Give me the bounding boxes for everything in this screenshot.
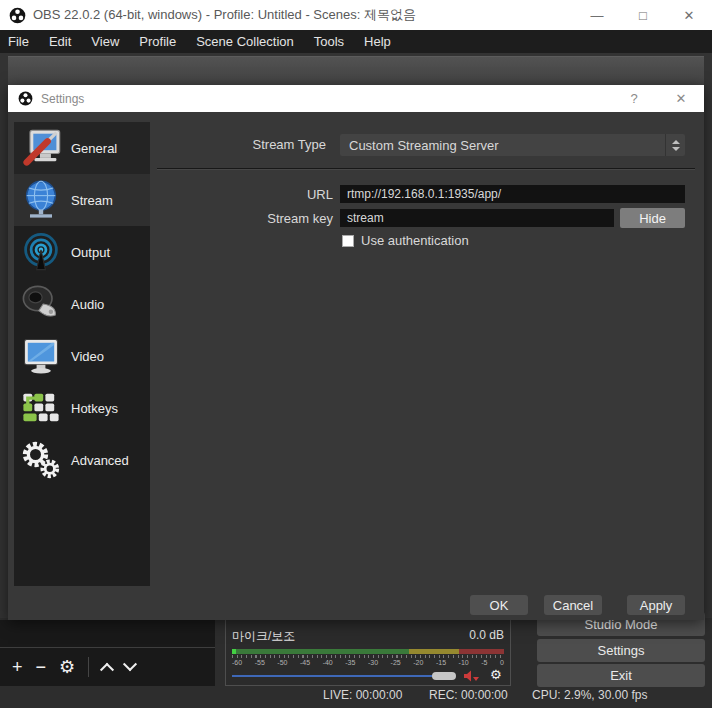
sidebar-item-hotkeys[interactable]: Hotkeys — [14, 382, 150, 434]
mixer-source-name: 마이크/보조 — [232, 628, 295, 645]
spinner-down-icon — [672, 147, 680, 151]
mixer-gear-icon[interactable]: ⚙ — [490, 667, 502, 682]
scene-properties-gear-icon[interactable]: ⚙ — [59, 658, 75, 676]
url-label: URL — [158, 187, 333, 202]
sidebar-item-label: Video — [71, 349, 104, 364]
stream-icon — [19, 178, 63, 222]
dialog-help-button[interactable]: ? — [619, 85, 649, 112]
menu-bar: File Edit View Profile Scene Collection … — [0, 30, 712, 53]
settings-sidebar: General Stream Output — [14, 122, 150, 586]
cancel-button[interactable]: Cancel — [544, 595, 602, 615]
window-title: OBS 22.0.2 (64-bit, windows) - Profile: … — [33, 6, 416, 24]
menu-file[interactable]: File — [0, 30, 39, 53]
mute-speaker-icon[interactable] — [464, 670, 480, 682]
meter-tickmarks — [232, 655, 504, 658]
minimize-button[interactable]: — — [574, 0, 620, 30]
volume-meter-peak — [232, 649, 236, 654]
sidebar-item-label: Output — [71, 245, 110, 260]
ok-button[interactable]: OK — [470, 595, 528, 615]
menu-help[interactable]: Help — [354, 30, 401, 53]
stream-key-input[interactable]: stream — [340, 209, 614, 227]
main-window-titlebar: OBS 22.0.2 (64-bit, windows) - Profile: … — [0, 0, 712, 30]
status-rec: REC: 00:00:00 — [429, 688, 508, 702]
sidebar-item-audio[interactable]: Audio — [14, 278, 150, 330]
move-down-icon[interactable] — [125, 662, 135, 672]
mixer-volume-db: 0.0 dB — [469, 628, 504, 645]
dropdown-spinner[interactable] — [665, 134, 685, 156]
stream-type-select[interactable]: Custom Streaming Server — [340, 134, 685, 156]
stream-type-value: Custom Streaming Server — [349, 138, 499, 153]
settings-dialog: Settings ? ✕ General — [8, 85, 704, 620]
advanced-icon — [19, 438, 63, 482]
maximize-button[interactable]: □ — [620, 0, 666, 30]
sidebar-item-general[interactable]: General — [14, 122, 150, 174]
url-input[interactable]: rtmp://192.168.0.1:1935/app/ — [340, 185, 685, 203]
sidebar-item-label: Hotkeys — [71, 401, 118, 416]
menu-tools[interactable]: Tools — [304, 30, 354, 53]
move-up-icon[interactable] — [102, 662, 112, 672]
remove-icon[interactable]: − — [36, 658, 47, 676]
stream-key-label: Stream key — [158, 211, 333, 226]
settings-button[interactable]: Settings — [537, 639, 705, 662]
close-button[interactable]: ✕ — [666, 0, 712, 30]
menu-view[interactable]: View — [81, 30, 129, 53]
audio-icon — [19, 282, 63, 326]
menu-scene-collection[interactable]: Scene Collection — [186, 30, 304, 53]
sidebar-item-video[interactable]: Video — [14, 330, 150, 382]
menu-edit[interactable]: Edit — [39, 30, 81, 53]
add-icon[interactable]: + — [12, 658, 23, 676]
volume-slider-track[interactable] — [232, 675, 454, 677]
audio-mixer-panel: 마이크/보조 0.0 dB -60-55 -50-45 -40-35 -30-2… — [225, 620, 511, 686]
use-authentication-checkbox[interactable] — [342, 235, 354, 247]
hide-button[interactable]: Hide — [620, 208, 685, 228]
sidebar-item-label: Audio — [71, 297, 104, 312]
stream-type-label: Stream Type — [158, 137, 326, 152]
menu-profile[interactable]: Profile — [129, 30, 186, 53]
obs-logo-icon — [9, 7, 26, 24]
sidebar-item-label: Advanced — [71, 453, 129, 468]
status-cpu-fps: CPU: 2.9%, 30.00 fps — [532, 688, 647, 702]
scenes-toolbar: + − ⚙ — [0, 647, 215, 686]
volume-slider-handle[interactable] — [432, 672, 456, 680]
apply-button[interactable]: Apply — [627, 595, 685, 615]
output-icon — [19, 230, 63, 274]
sidebar-item-label: General — [71, 141, 117, 156]
settings-dialog-titlebar[interactable]: Settings ? ✕ — [8, 85, 704, 112]
sidebar-item-output[interactable]: Output — [14, 226, 150, 278]
toolbar-divider — [88, 657, 89, 677]
sidebar-item-label: Stream — [71, 193, 113, 208]
hotkeys-icon — [19, 386, 63, 430]
obs-logo-icon — [18, 91, 33, 106]
spinner-up-icon — [672, 140, 680, 144]
meter-scale: -60-55 -50-45 -40-35 -30-25 -20-15 -10-5… — [232, 659, 504, 666]
sidebar-item-advanced[interactable]: Advanced — [14, 434, 150, 486]
video-icon — [19, 334, 63, 378]
use-authentication-label: Use authentication — [361, 233, 469, 248]
exit-button[interactable]: Exit — [537, 664, 705, 687]
sidebar-item-stream[interactable]: Stream — [14, 174, 150, 226]
form-separator — [157, 168, 695, 170]
volume-meter — [232, 649, 504, 654]
general-icon — [19, 126, 63, 170]
dialog-close-button[interactable]: ✕ — [666, 85, 696, 112]
dialog-title: Settings — [41, 92, 84, 106]
status-live: LIVE: 00:00:00 — [323, 688, 402, 702]
